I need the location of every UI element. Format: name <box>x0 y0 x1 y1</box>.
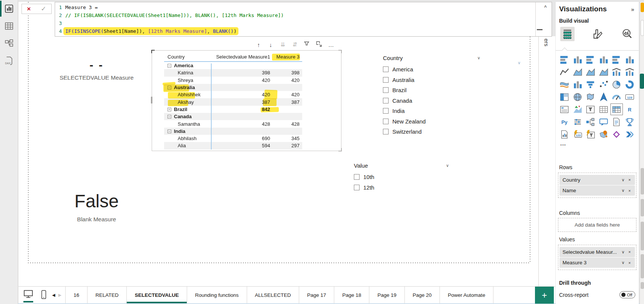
dax-code[interactable]: 1Measure 3 =2// IF(ISBLANK(SELECTEDVALUE… <box>56 3 534 36</box>
donut-chart-icon[interactable] <box>623 78 636 91</box>
slicer-new-icon[interactable] <box>584 128 597 140</box>
filter-icon[interactable] <box>303 41 310 48</box>
funnel-chart-icon[interactable] <box>584 78 597 91</box>
matrix-row-katrina[interactable]: Katrina398398 <box>164 69 302 76</box>
page-tab-power-automate[interactable]: Power Automate <box>440 287 493 303</box>
collapse-icon[interactable]: − <box>168 130 171 133</box>
card-icon[interactable]: 123 <box>623 91 636 103</box>
page-tab-page-19[interactable]: Page 19 <box>369 287 404 303</box>
checkbox-unchecked[interactable] <box>383 66 389 72</box>
get-more-visuals-button[interactable]: ... <box>560 140 566 147</box>
matrix-row-brazil[interactable]: +Brazil842 <box>164 106 302 113</box>
r-script-visual-icon[interactable]: R <box>623 103 636 116</box>
power-automate-visual-icon[interactable] <box>623 128 636 140</box>
chevron-down-icon[interactable]: ∨ <box>620 177 627 182</box>
chevron-down-icon[interactable]: ∨ <box>620 188 627 193</box>
checkbox-unchecked[interactable] <box>354 185 360 190</box>
checkbox-unchecked[interactable] <box>383 77 389 83</box>
map-icon[interactable] <box>571 91 584 103</box>
more-options-icon[interactable]: … <box>327 42 335 48</box>
matrix-icon[interactable] <box>610 103 623 116</box>
desktop-layout-icon[interactable] <box>23 287 35 302</box>
dax-code-line[interactable]: 4IF(ISINSCOPE(Sheet1[Name]), [12th Marks… <box>56 27 534 35</box>
build-visual-tab[interactable] <box>560 27 575 41</box>
chevron-down-icon[interactable]: ∨ <box>446 163 449 168</box>
line-and-stacked-column-chart-icon[interactable] <box>610 66 623 78</box>
button-slicer-icon[interactable] <box>571 116 584 128</box>
area-chart-icon[interactable] <box>571 66 584 78</box>
slicer-item-switzerland[interactable]: Switzerland <box>383 127 480 137</box>
scatter-chart-icon[interactable] <box>597 78 610 91</box>
stacked-bar-chart-icon[interactable] <box>558 53 571 66</box>
goals-icon[interactable] <box>623 116 636 128</box>
dax-formula-bar[interactable]: 1Measure 3 =2// IF(ISBLANK(SELECTEDVALUE… <box>55 2 552 37</box>
matrix-row-abhilash[interactable]: Abhilash690345 <box>164 135 302 142</box>
discard-formula-icon[interactable]: × <box>27 5 31 13</box>
slicer-item-10th[interactable]: 10th <box>354 172 449 182</box>
data-view-icon[interactable] <box>0 17 18 35</box>
collapse-formula-bar-icon[interactable]: ^ <box>544 5 547 11</box>
remove-field-icon[interactable]: × <box>627 261 633 265</box>
card-new-icon[interactable]: 123 <box>571 128 584 140</box>
selection-handle[interactable] <box>338 148 342 151</box>
remove-field-icon[interactable]: × <box>627 177 633 182</box>
100-stacked-column-chart-icon[interactable] <box>623 53 636 66</box>
matrix-column-header[interactable]: Selectedvalue Measure1 <box>211 54 273 60</box>
previous-page-icon[interactable]: ◀ <box>52 293 55 298</box>
page-tab-allselected[interactable]: ALLSELECTED <box>247 287 299 303</box>
expand-all-icon[interactable]: ⇵ <box>291 41 298 48</box>
rows-field-well[interactable]: Country∨×Name∨× <box>558 173 636 198</box>
slicer-item-12th[interactable]: 12th <box>354 182 449 193</box>
selection-handle[interactable] <box>338 50 342 53</box>
smart-narrative-icon[interactable] <box>610 116 623 128</box>
page-tab-rounding-functions[interactable]: Rounding functions <box>187 287 247 303</box>
slicer-item-brazil[interactable]: Brazil <box>383 85 480 96</box>
checkbox-unchecked[interactable] <box>354 174 360 180</box>
scrollbar-thumb[interactable] <box>537 29 543 30</box>
field-pill-selectedvalue-measur-[interactable]: Selectedvalue Measur...∨× <box>559 247 635 257</box>
cross-report-toggle[interactable]: Off <box>619 291 635 298</box>
format-visual-tab[interactable] <box>590 27 604 41</box>
slicer-item-new-zealand[interactable]: New Zealand <box>383 116 480 127</box>
azure-map-icon[interactable] <box>597 91 610 103</box>
arcgis-map-icon[interactable] <box>597 128 610 140</box>
matrix-visual[interactable]: CountrySelectedvalue Measure1Measure 3 −… <box>152 50 341 151</box>
slicer-item-india[interactable]: India <box>383 106 480 116</box>
chevron-down-icon[interactable]: ∨ <box>518 60 521 65</box>
remove-field-icon[interactable]: × <box>627 188 633 193</box>
dax-code-line[interactable]: 2// IF(ISBLANK(SELECTEDVALUE(Sheet1[Name… <box>56 11 534 19</box>
page-tab-selectedvalue[interactable]: SELECTEDVALUE <box>127 287 187 303</box>
slicer-item-america[interactable]: America <box>383 64 480 75</box>
collapse-icon[interactable]: − <box>168 115 171 119</box>
checkbox-unchecked[interactable] <box>383 108 389 114</box>
stacked-column-chart-icon[interactable] <box>571 53 584 66</box>
checkbox-unchecked[interactable] <box>383 98 389 103</box>
page-tab-16[interactable]: 16 <box>66 287 88 303</box>
chevron-down-icon[interactable]: ∨ <box>477 56 480 60</box>
expand-icon[interactable]: + <box>168 108 171 111</box>
field-pill-measure-3[interactable]: Measure 3∨× <box>559 258 635 268</box>
clustered-column-chart-icon[interactable] <box>597 53 610 66</box>
model-view-icon[interactable] <box>0 35 18 52</box>
matrix-row-india[interactable]: −India <box>164 128 302 135</box>
matrix-row-canada[interactable]: −Canada <box>164 113 302 120</box>
power-apps-visual-icon[interactable] <box>610 128 623 140</box>
checkbox-unchecked[interactable] <box>383 119 389 124</box>
filled-map-icon[interactable] <box>584 91 597 103</box>
page-tab-page-18[interactable]: Page 18 <box>334 287 369 303</box>
matrix-row-samantha[interactable]: Samantha428428 <box>164 120 302 127</box>
clustered-bar-chart-icon[interactable] <box>584 53 597 66</box>
new-page-button[interactable]: + <box>535 287 554 304</box>
100-stacked-area-chart-icon[interactable] <box>597 66 610 78</box>
multi-row-card-icon[interactable] <box>558 103 571 116</box>
100-stacked-bar-chart-icon[interactable] <box>610 53 623 66</box>
filters-pane-collapsed[interactable]: ers <box>538 36 555 286</box>
selection-handle[interactable] <box>151 50 155 53</box>
drill-down-icon[interactable]: ↓ <box>267 42 274 48</box>
pie-chart-icon[interactable] <box>610 78 623 91</box>
line-and-clustered-column-chart-icon[interactable] <box>623 66 636 78</box>
field-pill-country[interactable]: Country∨× <box>559 175 635 185</box>
remove-field-icon[interactable]: × <box>627 250 633 254</box>
report-view-icon[interactable] <box>0 0 18 17</box>
field-pill-name[interactable]: Name∨× <box>559 185 635 196</box>
